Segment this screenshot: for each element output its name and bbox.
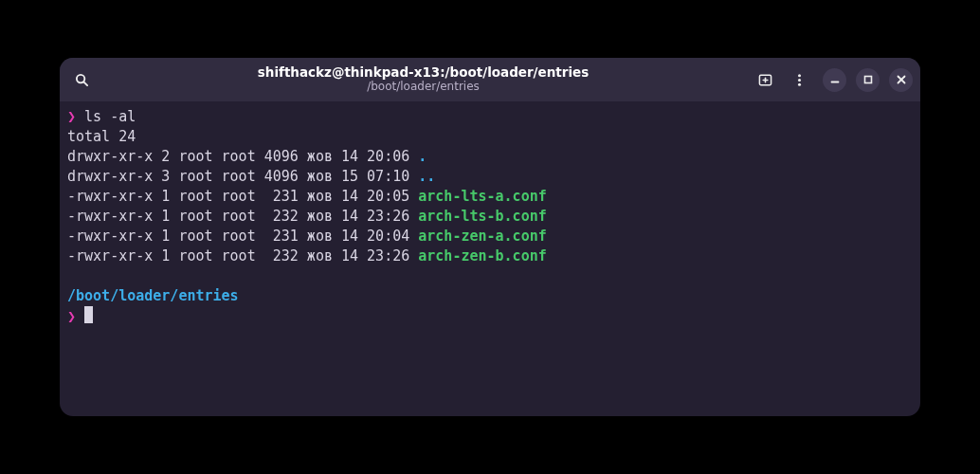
ls-entry-meta: -rwxr-xr-x 1 root root 232 жов 14 23:26 [67, 247, 418, 264]
svg-point-5 [798, 74, 801, 77]
blank-line [67, 266, 913, 286]
svg-line-1 [83, 82, 87, 85]
ls-entry-name: .. [418, 168, 435, 185]
ls-entry-meta: -rwxr-xr-x 1 root root 232 жов 14 23:26 [67, 208, 418, 225]
close-button[interactable] [889, 68, 913, 92]
ls-entry-meta: drwxr-xr-x 2 root root 4096 жов 14 20:06 [67, 148, 418, 165]
prompt-symbol: ❯ [67, 108, 76, 125]
maximize-button[interactable] [856, 68, 880, 92]
minimize-icon [830, 75, 840, 84]
menu-icon [792, 73, 807, 87]
search-icon [75, 73, 89, 87]
command-text: ls -al [76, 108, 136, 125]
ls-entry-meta: -rwxr-xr-x 1 root root 231 жов 14 20:04 [67, 228, 418, 245]
cwd-line: /boot/loader/entries [67, 287, 239, 304]
ls-entry-0: drwxr-xr-x 2 root root 4096 жов 14 20:06… [67, 147, 913, 167]
ls-entry-name: arch-lts-b.conf [418, 208, 546, 225]
ls-entry-meta: -rwxr-xr-x 1 root root 231 жов 14 20:05 [67, 188, 418, 205]
ls-entry-name: arch-zen-b.conf [418, 247, 546, 264]
ls-entry-3: -rwxr-xr-x 1 root root 232 жов 14 23:26 … [67, 207, 913, 227]
window-title: shifthackz@thinkpad-x13:/boot/loader/ent… [101, 65, 745, 81]
new-tab-icon [758, 73, 772, 87]
total-line: total 24 [67, 128, 136, 145]
svg-rect-9 [864, 77, 871, 83]
ls-entry-2: -rwxr-xr-x 1 root root 231 жов 14 20:05 … [67, 187, 913, 207]
menu-button[interactable] [785, 65, 813, 94]
ls-entry-name: arch-zen-a.conf [418, 228, 546, 245]
prompt-line-2: ❯ [67, 306, 913, 327]
ls-entry-name: arch-lts-a.conf [418, 188, 546, 205]
maximize-icon [863, 75, 873, 84]
ls-entry-1: drwxr-xr-x 3 root root 4096 жов 15 07:10… [67, 167, 913, 187]
prompt-line-1: ❯ ls -al [67, 107, 913, 127]
svg-point-6 [798, 79, 801, 82]
close-icon [897, 75, 906, 84]
minimize-button[interactable] [823, 68, 846, 92]
cwd-row: /boot/loader/entries [67, 286, 913, 306]
ls-entry-meta: drwxr-xr-x 3 root root 4096 жов 15 07:10 [67, 168, 418, 185]
terminal-window: shifthackz@thinkpad-x13:/boot/loader/ent… [60, 58, 920, 416]
ls-entry-5: -rwxr-xr-x 1 root root 232 жов 14 23:26 … [67, 246, 913, 266]
prompt-symbol: ❯ [67, 308, 76, 325]
terminal-body[interactable]: ❯ ls -altotal 24drwxr-xr-x 2 root root 4… [60, 101, 920, 416]
new-tab-button[interactable] [751, 65, 779, 94]
cursor [84, 306, 93, 323]
titlebar: shifthackz@thinkpad-x13:/boot/loader/ent… [60, 58, 920, 101]
ls-entry-name: . [418, 148, 426, 165]
ls-entry-4: -rwxr-xr-x 1 root root 231 жов 14 20:04 … [67, 227, 913, 246]
window-subtitle: /boot/loader/entries [101, 81, 745, 94]
svg-point-7 [798, 82, 801, 85]
ls-total: total 24 [67, 127, 913, 147]
search-button[interactable] [67, 65, 96, 94]
